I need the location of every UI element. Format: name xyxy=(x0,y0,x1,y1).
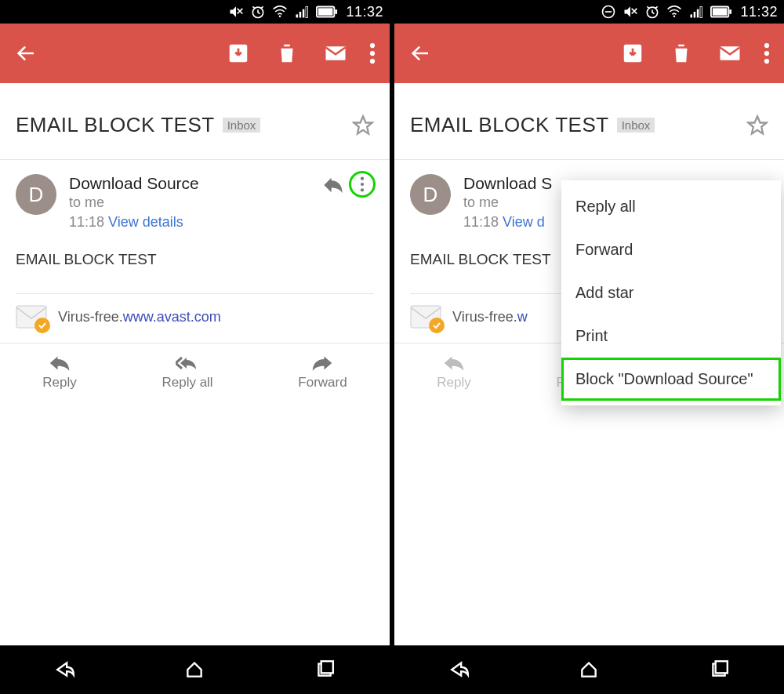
dnd-icon xyxy=(601,4,616,20)
message-overflow-button[interactable] xyxy=(349,171,376,198)
folder-tag[interactable]: Inbox xyxy=(617,118,655,133)
folder-tag[interactable]: Inbox xyxy=(223,118,261,133)
sender-name[interactable]: Download Source xyxy=(69,174,199,193)
nav-home-icon[interactable] xyxy=(184,659,205,680)
svg-rect-9 xyxy=(318,8,333,15)
star-button[interactable] xyxy=(746,114,768,136)
mute-icon xyxy=(622,4,638,20)
nav-recent-icon[interactable] xyxy=(314,659,335,680)
menu-item-add-star[interactable]: Add star xyxy=(561,271,781,314)
archive-button[interactable] xyxy=(621,42,644,65)
status-bar: 11:32 xyxy=(394,0,784,24)
svg-rect-31 xyxy=(700,6,702,17)
screenshot-right: 11:32 EMAIL BLOCK TEST Inbox D Download … xyxy=(394,0,784,694)
recipient-label: to me xyxy=(69,194,199,211)
envelope-icon xyxy=(410,305,441,329)
svg-rect-21 xyxy=(321,661,333,673)
signal-icon xyxy=(688,4,704,20)
svg-point-15 xyxy=(370,59,375,64)
app-toolbar xyxy=(0,24,390,83)
alarm-icon xyxy=(644,4,660,20)
svg-rect-28 xyxy=(691,14,693,17)
status-time: 11:32 xyxy=(740,4,778,20)
menu-item-block-sender[interactable]: Block "Download Source" xyxy=(561,358,781,401)
reply-all-button[interactable]: Reply all xyxy=(162,354,212,391)
svg-point-27 xyxy=(673,16,676,18)
svg-rect-33 xyxy=(713,8,728,15)
sender-avatar[interactable]: D xyxy=(16,174,56,215)
view-details-link[interactable]: View d xyxy=(503,214,545,230)
battery-icon xyxy=(710,4,732,20)
back-button[interactable] xyxy=(14,42,38,65)
envelope-icon xyxy=(16,305,47,329)
subject-row: EMAIL BLOCK TEST Inbox xyxy=(0,83,390,160)
svg-point-16 xyxy=(361,177,364,180)
svg-rect-5 xyxy=(299,12,302,18)
overflow-menu-button[interactable] xyxy=(369,42,376,65)
reply-button[interactable]: Reply xyxy=(42,354,76,391)
subject-row: EMAIL BLOCK TEST Inbox xyxy=(394,83,784,160)
nav-recent-icon[interactable] xyxy=(709,659,729,680)
archive-button[interactable] xyxy=(227,42,250,65)
sender-avatar[interactable]: D xyxy=(410,174,451,215)
menu-item-reply-all[interactable]: Reply all xyxy=(561,185,781,228)
checkmark-badge-icon xyxy=(429,318,445,333)
wifi-icon xyxy=(666,4,682,20)
android-nav-bar xyxy=(394,645,784,694)
menu-item-forward[interactable]: Forward xyxy=(561,228,781,271)
avast-text: Virus-free. xyxy=(58,309,123,325)
overflow-menu-button[interactable] xyxy=(764,42,770,65)
signal-icon xyxy=(294,4,310,20)
mute-icon xyxy=(228,4,244,20)
message-overflow-menu: Reply all Forward Add star Print Block "… xyxy=(561,180,781,405)
svg-rect-30 xyxy=(697,9,699,18)
delete-button[interactable] xyxy=(670,42,693,65)
avast-text: Virus-free. xyxy=(452,309,517,325)
wifi-icon xyxy=(272,4,288,20)
email-body: EMAIL BLOCK TEST xyxy=(0,238,390,279)
svg-point-13 xyxy=(370,43,375,48)
view-details-link[interactable]: View details xyxy=(108,214,183,230)
recipient-label: to me xyxy=(463,194,552,211)
svg-rect-42 xyxy=(716,661,728,673)
svg-point-38 xyxy=(764,51,769,56)
svg-rect-7 xyxy=(306,6,308,17)
nav-back-icon[interactable] xyxy=(55,659,75,680)
screenshot-left: 11:32 EMAIL BLOCK TEST Inbox D Download … xyxy=(0,0,390,694)
android-nav-bar xyxy=(0,645,390,694)
alarm-icon xyxy=(250,4,266,20)
star-button[interactable] xyxy=(352,114,374,136)
sender-block: D Download Source to me 11:18 View detai… xyxy=(0,160,390,238)
svg-point-18 xyxy=(361,188,364,191)
svg-rect-34 xyxy=(730,9,732,14)
app-toolbar xyxy=(394,24,784,83)
delete-button[interactable] xyxy=(275,42,299,65)
back-button[interactable] xyxy=(408,42,432,65)
email-subject: EMAIL BLOCK TEST xyxy=(410,113,609,137)
svg-rect-4 xyxy=(296,14,299,17)
email-time: 11:18 View details xyxy=(69,214,199,231)
battery-icon xyxy=(316,4,338,20)
svg-point-39 xyxy=(764,59,769,64)
sender-name[interactable]: Download S xyxy=(463,174,552,193)
nav-back-icon[interactable] xyxy=(449,659,470,680)
nav-home-icon[interactable] xyxy=(579,659,599,680)
mark-unread-button[interactable] xyxy=(324,42,347,65)
avast-footer: Virus-free. www.avast.com xyxy=(0,294,390,343)
status-bar: 11:32 xyxy=(0,0,390,24)
menu-item-print[interactable]: Print xyxy=(561,314,781,358)
svg-point-14 xyxy=(370,51,375,56)
reply-icon[interactable] xyxy=(322,174,344,196)
mark-unread-button[interactable] xyxy=(718,42,742,65)
svg-rect-6 xyxy=(303,9,305,18)
svg-rect-10 xyxy=(336,9,338,14)
avast-link[interactable]: w xyxy=(517,309,528,325)
forward-button[interactable]: Forward xyxy=(298,354,347,391)
svg-point-3 xyxy=(279,16,281,18)
status-time: 11:32 xyxy=(346,4,383,20)
reply-button[interactable]: Reply xyxy=(437,354,470,391)
svg-point-17 xyxy=(361,183,364,186)
avast-link[interactable]: www.avast.com xyxy=(123,309,221,325)
checkmark-badge-icon xyxy=(34,318,50,333)
svg-rect-29 xyxy=(694,12,696,18)
